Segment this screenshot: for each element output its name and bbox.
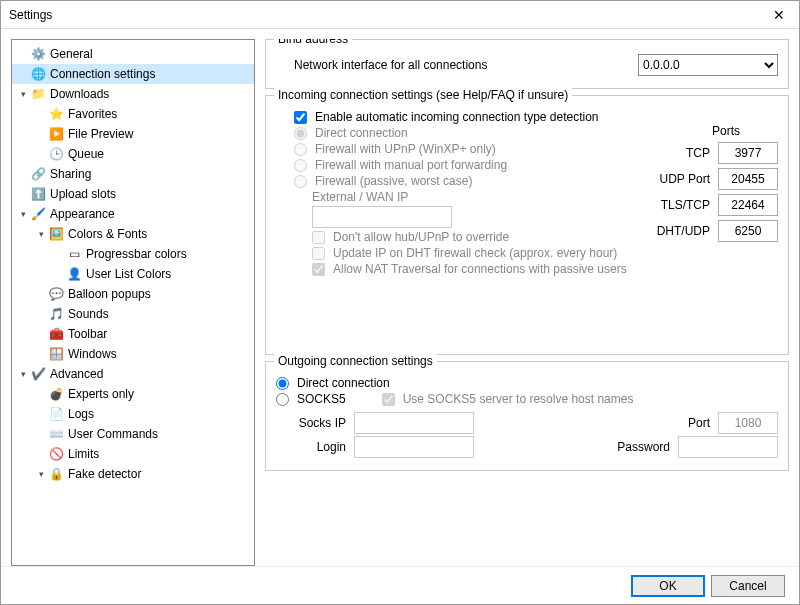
update-dht-checkbox: Update IP on DHT firewall check (approx.… xyxy=(312,246,617,260)
outgoing-socks5-radio[interactable]: SOCKS5 xyxy=(276,392,346,406)
dialog-footer: OK Cancel xyxy=(1,566,799,604)
tree-item-windows[interactable]: 🪟Windows xyxy=(30,344,254,364)
settings-window: Settings ✕ ▾⚙️ General ▾🌐 Connection set… xyxy=(0,0,800,605)
star-icon: ⭐ xyxy=(48,106,64,122)
ok-button[interactable]: OK xyxy=(631,575,705,597)
tree-item-balloon-popups[interactable]: 💬Balloon popups xyxy=(30,284,254,304)
tree-item-downloads[interactable]: ▾📁 Downloads xyxy=(12,84,254,104)
user-icon: 👤 xyxy=(66,266,82,282)
tree-item-fake-detector[interactable]: ▾🔒Fake detector xyxy=(30,464,254,484)
settings-detail-panel: Bind address Network interface for all c… xyxy=(265,39,789,566)
socks-ip-input xyxy=(354,412,474,434)
tree-item-upload-slots[interactable]: ⬆️Upload slots xyxy=(12,184,254,204)
settings-tree: ▾⚙️ General ▾🌐 Connection settings ▾📁 Do… xyxy=(12,44,254,484)
outgoing-direct-radio[interactable]: Direct connection xyxy=(276,376,390,390)
tcp-port-label: TCP xyxy=(686,146,710,160)
dht-port-input[interactable] xyxy=(718,220,778,242)
windows-icon: 🪟 xyxy=(48,346,64,362)
incoming-legend: Incoming connection settings (see Help/F… xyxy=(274,88,572,102)
no-override-checkbox: Don't allow hub/UPnP to override xyxy=(312,230,509,244)
brush-icon: 🖌️ xyxy=(30,206,46,222)
udp-port-label: UDP Port xyxy=(660,172,710,186)
tree-item-advanced[interactable]: ▾✔️ Advanced xyxy=(12,364,254,384)
socks-login-input xyxy=(354,436,474,458)
globe-icon: 🌐 xyxy=(30,66,46,82)
balloon-icon: 💬 xyxy=(48,286,64,302)
bomb-icon: 💣 xyxy=(48,386,64,402)
external-ip-input xyxy=(312,206,452,228)
incoming-direct-radio: Direct connection xyxy=(294,126,408,140)
titlebar: Settings ✕ xyxy=(1,1,799,29)
chevron-down-icon[interactable]: ▾ xyxy=(16,89,30,99)
incoming-passive-radio: Firewall (passive, worst case) xyxy=(294,174,472,188)
socks-ip-label: Socks IP xyxy=(276,416,346,430)
incoming-upnp-radio: Firewall with UPnP (WinXP+ only) xyxy=(294,142,496,156)
tree-item-user-list-colors[interactable]: 👤User List Colors xyxy=(48,264,254,284)
tree-item-queue[interactable]: 🕒Queue xyxy=(30,144,254,164)
socks-login-label: Login xyxy=(276,440,346,454)
settings-tree-panel[interactable]: ▾⚙️ General ▾🌐 Connection settings ▾📁 Do… xyxy=(11,39,255,566)
bind-address-group: Bind address Network interface for all c… xyxy=(265,39,789,89)
bind-address-select[interactable]: 0.0.0.0 xyxy=(638,54,778,76)
log-icon: 📄 xyxy=(48,406,64,422)
incoming-manual-radio: Firewall with manual port forwarding xyxy=(294,158,507,172)
incoming-group: Incoming connection settings (see Help/F… xyxy=(265,95,789,355)
tls-port-input[interactable] xyxy=(718,194,778,216)
outgoing-group: Outgoing connection settings Direct conn… xyxy=(265,361,789,471)
toolbar-icon: 🧰 xyxy=(48,326,64,342)
clock-icon: 🕒 xyxy=(48,146,64,162)
tree-item-colors-fonts[interactable]: ▾🖼️Colors & Fonts xyxy=(30,224,254,244)
external-ip-label: External / WAN IP xyxy=(312,190,408,204)
enable-auto-detect-checkbox[interactable]: Enable automatic incoming connection typ… xyxy=(294,110,599,124)
tree-item-favorites[interactable]: ⭐Favorites xyxy=(30,104,254,124)
tree-item-connection-settings[interactable]: ▾🌐 Connection settings xyxy=(12,64,254,84)
share-icon: 🔗 xyxy=(30,166,46,182)
tree-item-general[interactable]: ▾⚙️ General xyxy=(12,44,254,64)
nat-traversal-checkbox: Allow NAT Traversal for connections with… xyxy=(312,262,627,276)
close-button[interactable]: ✕ xyxy=(767,7,791,23)
bind-address-legend: Bind address xyxy=(274,39,352,46)
bind-address-label: Network interface for all connections xyxy=(276,58,487,72)
limit-icon: 🚫 xyxy=(48,446,64,462)
dht-port-label: DHT/UDP xyxy=(657,224,710,238)
tree-item-appearance[interactable]: ▾🖌️ Appearance xyxy=(12,204,254,224)
socks5-resolve-checkbox: Use SOCKS5 server to resolve host names xyxy=(382,392,634,406)
outgoing-legend: Outgoing connection settings xyxy=(274,354,437,368)
socks-password-input xyxy=(678,436,778,458)
chevron-down-icon[interactable]: ▾ xyxy=(16,209,30,219)
tree-item-logs[interactable]: 📄Logs xyxy=(30,404,254,424)
ports-header: Ports xyxy=(628,124,778,138)
tree-item-user-commands[interactable]: ⌨️User Commands xyxy=(30,424,254,444)
tree-item-file-preview[interactable]: ▶️File Preview xyxy=(30,124,254,144)
bar-icon: ▭ xyxy=(66,246,82,262)
folder-icon: 📁 xyxy=(30,86,46,102)
tcp-port-input[interactable] xyxy=(718,142,778,164)
socks-password-label: Password xyxy=(617,440,670,454)
check-icon: ✔️ xyxy=(30,366,46,382)
cancel-button[interactable]: Cancel xyxy=(711,575,785,597)
udp-port-input[interactable] xyxy=(718,168,778,190)
socks-port-label: Port xyxy=(688,416,710,430)
note-icon: 🎵 xyxy=(48,306,64,322)
tree-item-limits[interactable]: 🚫Limits xyxy=(30,444,254,464)
tree-item-experts-only[interactable]: 💣Experts only xyxy=(30,384,254,404)
tree-item-progressbar-colors[interactable]: ▭Progressbar colors xyxy=(48,244,254,264)
upload-icon: ⬆️ xyxy=(30,186,46,202)
window-title: Settings xyxy=(9,8,767,22)
socks-port-input xyxy=(718,412,778,434)
gear-icon: ⚙️ xyxy=(30,46,46,62)
chevron-down-icon[interactable]: ▾ xyxy=(16,369,30,379)
chevron-down-icon[interactable]: ▾ xyxy=(34,229,48,239)
play-icon: ▶️ xyxy=(48,126,64,142)
picture-icon: 🖼️ xyxy=(48,226,64,242)
tree-item-sharing[interactable]: 🔗Sharing xyxy=(12,164,254,184)
content-area: ▾⚙️ General ▾🌐 Connection settings ▾📁 Do… xyxy=(1,29,799,566)
command-icon: ⌨️ xyxy=(48,426,64,442)
lock-icon: 🔒 xyxy=(48,466,64,482)
chevron-down-icon[interactable]: ▾ xyxy=(34,469,48,479)
tree-item-sounds[interactable]: 🎵Sounds xyxy=(30,304,254,324)
tls-port-label: TLS/TCP xyxy=(661,198,710,212)
ports-column: Ports TCP UDP Port TLS/TCP DHT/UDP xyxy=(628,124,778,246)
tree-item-toolbar[interactable]: 🧰Toolbar xyxy=(30,324,254,344)
